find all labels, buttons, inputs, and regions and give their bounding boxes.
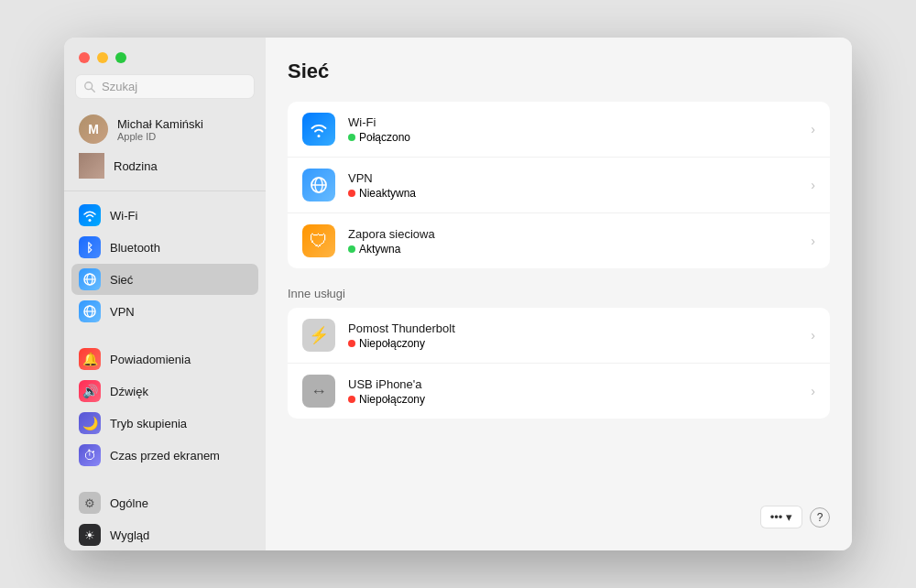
sidebar-item-wifi-label: Wi-Fi — [110, 209, 137, 223]
more-options-label: ••• ▾ — [770, 510, 792, 524]
firewall-name: Zapora sieciowa — [348, 227, 798, 241]
sidebar-item-appearance-label: Wygląd — [110, 528, 149, 542]
nav-group-1: Wi-Fi ᛒ Bluetooth Sieć — [64, 197, 266, 330]
bottom-toolbar: ••• ▾ ? — [288, 495, 830, 528]
firewall-chevron-icon: › — [811, 234, 815, 248]
firewall-list-icon: 🛡 — [302, 224, 335, 257]
svg-line-1 — [92, 88, 95, 92]
wifi-icon — [79, 204, 101, 226]
sidebar-item-bluetooth[interactable]: ᛒ Bluetooth — [71, 232, 258, 263]
wifi-status: Połączono — [348, 131, 798, 144]
thunderbolt-name: Pomost Thunderbolt — [348, 321, 798, 335]
vpn-list-icon — [302, 169, 335, 201]
sidebar-item-sound-label: Dźwięk — [110, 385, 148, 398]
wifi-status-text: Połączono — [359, 131, 410, 144]
screen-time-icon: ⏱ — [79, 444, 101, 466]
appearance-icon: ☀ — [79, 524, 101, 546]
maximize-button[interactable] — [115, 52, 126, 63]
account-name: Michał Kamiński — [117, 117, 203, 131]
thunderbolt-list-item[interactable]: ⚡ Pomost Thunderbolt Niepołączony › — [288, 308, 830, 364]
general-icon: ⚙ — [79, 492, 101, 514]
wifi-status-dot — [348, 134, 355, 141]
other-services-list: ⚡ Pomost Thunderbolt Niepołączony › ↔ US… — [288, 308, 830, 419]
usb-name: USB iPhone'a — [348, 377, 798, 391]
help-label: ? — [817, 511, 823, 524]
usb-text: USB iPhone'a Niepołączony — [348, 377, 798, 406]
wifi-list-icon — [302, 113, 335, 146]
firewall-status-dot — [348, 245, 355, 253]
thunderbolt-status: Niepołączony — [348, 337, 798, 350]
wifi-name: Wi-Fi — [348, 115, 798, 129]
notifications-icon: 🔔 — [79, 348, 101, 370]
account-section: M Michał Kamiński Apple ID Rodzina — [64, 110, 266, 191]
other-services-header: Inne usługi — [288, 287, 830, 300]
wifi-list-item[interactable]: Wi-Fi Połączono › — [288, 102, 830, 158]
main-content: Sieć Wi-Fi Połączono — [266, 38, 852, 550]
firewall-status-text: Aktywna — [359, 243, 400, 256]
vpn-name: VPN — [348, 171, 798, 185]
search-icon — [83, 81, 96, 93]
more-options-button[interactable]: ••• ▾ — [760, 506, 802, 528]
vpn-chevron-icon: › — [811, 178, 815, 192]
sidebar-item-wifi[interactable]: Wi-Fi — [71, 200, 258, 231]
traffic-lights — [64, 38, 266, 74]
sidebar-item-notifications[interactable]: 🔔 Powiadomienia — [71, 343, 258, 375]
sidebar-item-sound[interactable]: 🔊 Dźwięk — [71, 376, 258, 407]
sound-icon: 🔊 — [79, 380, 101, 402]
thunderbolt-list-icon: ⚡ — [302, 319, 335, 352]
sidebar-item-network[interactable]: Sieć — [71, 264, 258, 295]
sidebar-item-vpn[interactable]: VPN — [71, 296, 258, 327]
vpn-list-item[interactable]: VPN Nieaktywna › — [288, 158, 830, 213]
firewall-list-item[interactable]: 🛡 Zapora sieciowa Aktywna › — [288, 213, 830, 268]
search-box[interactable] — [75, 74, 255, 99]
nav-group-2: 🔔 Powiadomienia 🔊 Dźwięk 🌙 Tryb skupieni… — [64, 341, 266, 474]
thunderbolt-status-text: Niepołączony — [359, 337, 425, 350]
sidebar-item-appearance[interactable]: ☀ Wygląd — [71, 519, 258, 550]
sidebar-item-general-label: Ogólne — [110, 496, 148, 510]
vpn-status-dot — [348, 190, 355, 197]
sidebar-item-vpn-label: VPN — [110, 305, 135, 319]
sidebar-item-screen-time-label: Czas przed ekranem — [110, 449, 220, 463]
sidebar-item-notifications-label: Powiadomienia — [110, 353, 191, 366]
thunderbolt-chevron-icon: › — [811, 328, 815, 343]
help-button[interactable]: ? — [810, 507, 830, 528]
vpn-text: VPN Nieaktywna — [348, 171, 798, 200]
usb-chevron-icon: › — [811, 384, 815, 398]
account-info: Michał Kamiński Apple ID — [117, 117, 203, 142]
apple-id-item[interactable]: M Michał Kamiński Apple ID — [71, 110, 258, 148]
minimize-button[interactable] — [97, 52, 108, 63]
primary-services-list: Wi-Fi Połączono › VPN — [288, 102, 830, 268]
page-title: Sieć — [288, 60, 830, 83]
firewall-status: Aktywna — [348, 243, 798, 256]
thunderbolt-text: Pomost Thunderbolt Niepołączony — [348, 321, 798, 350]
usb-iphone-list-item[interactable]: ↔ USB iPhone'a Niepołączony › — [288, 364, 830, 419]
sidebar: M Michał Kamiński Apple ID Rodzina — [64, 38, 266, 550]
nav-group-3: ⚙ Ogólne ☀ Wygląd ♿ Dostępność ⊞ Centrum… — [64, 485, 266, 550]
sidebar-item-screen-time[interactable]: ⏱ Czas przed ekranem — [71, 440, 258, 471]
network-icon — [79, 268, 101, 290]
vpn-status: Nieaktywna — [348, 187, 798, 200]
focus-icon: 🌙 — [79, 412, 101, 434]
system-preferences-window: M Michał Kamiński Apple ID Rodzina — [64, 38, 852, 550]
family-name: Rodzina — [114, 159, 158, 173]
family-info: Rodzina — [114, 159, 158, 173]
sidebar-item-general[interactable]: ⚙ Ogólne — [71, 487, 258, 518]
wifi-text: Wi-Fi Połączono — [348, 115, 798, 144]
close-button[interactable] — [79, 52, 90, 63]
sidebar-item-bluetooth-label: Bluetooth — [110, 241, 160, 255]
sidebar-item-focus[interactable]: 🌙 Tryb skupienia — [71, 408, 258, 439]
sidebar-item-network-label: Sieć — [110, 273, 133, 287]
firewall-text: Zapora sieciowa Aktywna — [348, 227, 798, 256]
thunderbolt-status-dot — [348, 340, 355, 347]
vpn-status-text: Nieaktywna — [359, 187, 416, 200]
usb-list-icon: ↔ — [302, 375, 335, 408]
sidebar-item-focus-label: Tryb skupienia — [110, 417, 187, 430]
usb-status-dot — [348, 396, 355, 403]
family-item[interactable]: Rodzina — [71, 148, 258, 183]
wifi-chevron-icon: › — [811, 122, 815, 136]
usb-status: Niepołączony — [348, 393, 798, 406]
family-avatar — [79, 153, 104, 179]
vpn-icon — [79, 300, 101, 322]
search-input[interactable] — [102, 80, 246, 93]
account-subtitle: Apple ID — [117, 131, 203, 142]
